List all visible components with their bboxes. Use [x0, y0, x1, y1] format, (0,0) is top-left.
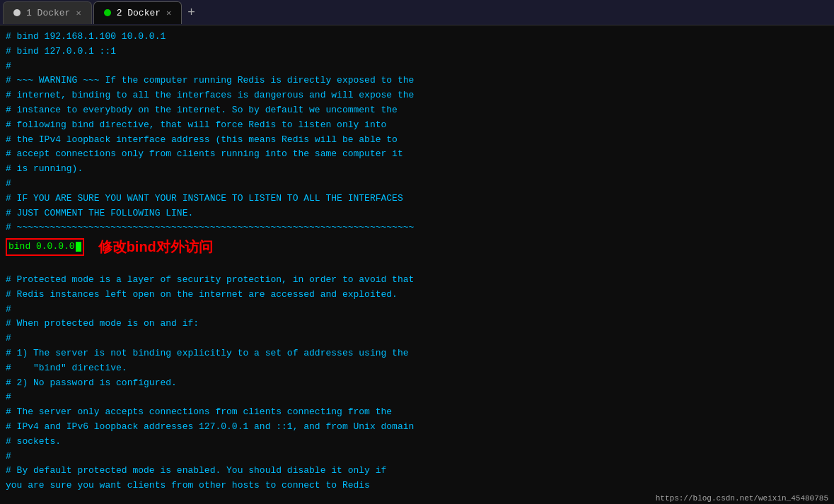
line-13: # JUST COMMENT THE FOLLOWING LINE.	[6, 206, 828, 221]
bind-command: bind 0.0.0.0	[6, 238, 84, 256]
line-after-1: # Protected mode is a layer of security …	[6, 273, 828, 288]
line-10: # is running).	[6, 162, 828, 177]
line-after-5: #	[6, 332, 828, 346]
cursor	[76, 242, 81, 252]
new-tab-button[interactable]: +	[183, 5, 199, 20]
line-after-8: # 2) No password is configured.	[6, 376, 828, 391]
bind-annotation: 修改bind对外访问	[98, 235, 213, 258]
line-9: # accept connections only from clients r…	[6, 147, 828, 162]
tab-1-docker[interactable]: 1 Docker ✕	[3, 1, 92, 24]
line-after-4: # When protected mode is on and if:	[6, 317, 828, 332]
line-8: # the IPv4 loopback interface address (t…	[6, 133, 828, 148]
terminal: # bind 192.168.1.100 10.0.0.1 # bind 127…	[0, 25, 834, 504]
line-after-10: # The server only accepts connections fr…	[6, 405, 828, 420]
line-3: #	[6, 59, 828, 74]
tab-2-docker[interactable]: 2 Docker ✕	[93, 1, 183, 24]
line-2: # bind 127.0.0.1 ::1	[6, 45, 828, 59]
line-5: # internet, binding to all the interface…	[6, 88, 828, 103]
tab-2-label: 2 Docker	[117, 8, 161, 18]
line-11: #	[6, 177, 828, 192]
line-6: # instance to everybody on the internet.…	[6, 103, 828, 118]
url-text: https://blog.csdn.net/weixin_45480785	[656, 494, 828, 503]
line-after-14: # By default protected mode is enabled. …	[6, 464, 828, 479]
bottom-url-bar: https://blog.csdn.net/weixin_45480785	[650, 493, 834, 504]
tab-2-dot	[104, 9, 111, 16]
line-after-6: # 1) The server is not binding explicitl…	[6, 346, 828, 361]
line-after-0	[6, 258, 828, 273]
tab-1-label: 1 Docker	[26, 8, 70, 18]
tab-2-close[interactable]: ✕	[166, 8, 171, 18]
line-after-11: # IPv4 and IPv6 loopback addresses 127.0…	[6, 420, 828, 435]
line-after-12: # sockets.	[6, 435, 828, 450]
line-after-13: #	[6, 450, 828, 464]
tab-1-close[interactable]: ✕	[76, 8, 81, 18]
line-4: # ~~~ WARNING ~~~ If the computer runnin…	[6, 74, 828, 88]
line-after-15: you are sure you want clients from other…	[6, 479, 828, 493]
bind-line-container: bind 0.0.0.0 修改bind对外访问	[6, 235, 828, 258]
line-12: # IF YOU ARE SURE YOU WANT YOUR INSTANCE…	[6, 192, 828, 206]
line-1: # bind 192.168.1.100 10.0.0.1	[6, 30, 828, 45]
line-7: # following bind directive, that will fo…	[6, 118, 828, 133]
bind-text: bind 0.0.0.0	[8, 241, 75, 252]
line-after-9: #	[6, 390, 828, 405]
line-after-2: # Redis instances left open on the inter…	[6, 288, 828, 303]
tab-bar: 1 Docker ✕ 2 Docker ✕ +	[0, 0, 834, 25]
line-after-3: #	[6, 303, 828, 317]
line-after-7: # "bind" directive.	[6, 361, 828, 376]
line-14: # ~~~~~~~~~~~~~~~~~~~~~~~~~~~~~~~~~~~~~~…	[6, 221, 828, 235]
tab-1-dot	[13, 9, 21, 16]
